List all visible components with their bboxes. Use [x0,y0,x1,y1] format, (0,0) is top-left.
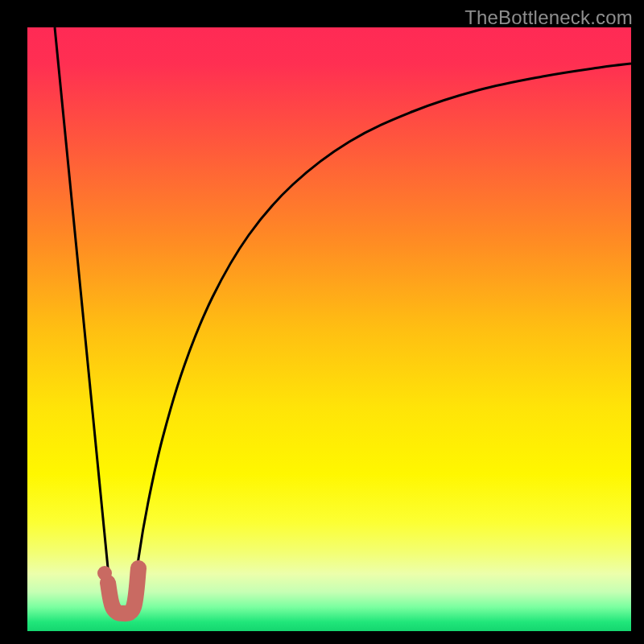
watermark-text: TheBottleneck.com [464,6,633,29]
chart-svg [27,27,631,631]
dot-layer [97,566,112,580]
gradient-background [27,27,631,631]
hook-dot [97,566,112,580]
plot-area [27,27,631,631]
chart-frame: TheBottleneck.com [0,0,644,644]
